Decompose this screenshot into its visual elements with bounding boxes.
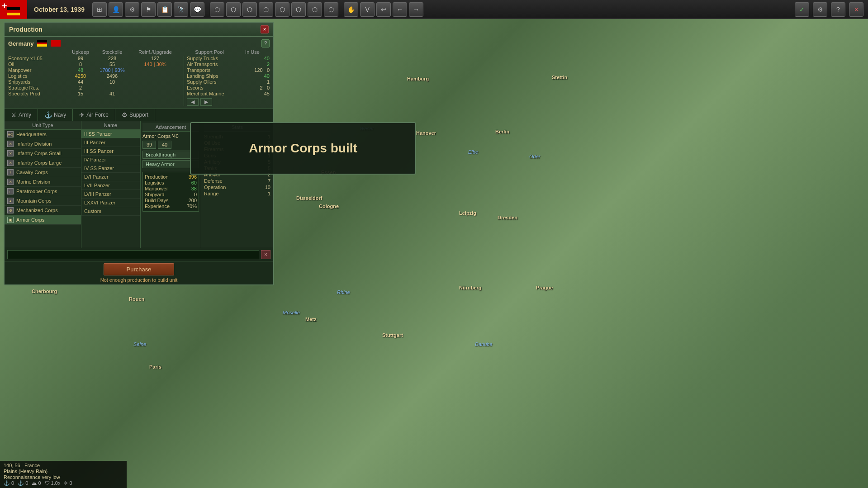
unit-type-armor[interactable]: ▣ Armor Corps [5,215,81,225]
landing-ships-val: 40 [264,73,270,79]
stat-defense-label: Defense [204,178,223,184]
unit-type-infantry-division[interactable]: ✕ Infantry Division [5,139,81,149]
reinf-manpower [130,67,180,73]
col-stockpile: Stockpile [94,49,130,55]
armor-corps-notification[interactable]: Armor Corps built [190,122,416,175]
name-iv-panzer[interactable]: IV Panzer [81,156,140,164]
unit-type-paratrooper[interactable]: ∩ Paratrooper Corps [5,187,81,196]
menu-btn-4[interactable]: ⚑ [141,2,156,17]
reinf-prod: 127 [130,56,180,61]
unit-type-header: Unit Type [5,121,81,130]
purchase-area: Purchase Not enough production to build … [5,261,273,284]
arrow-left-btn[interactable]: ◀ [187,98,199,106]
anchor-icon-1: ⚓ 0 [4,480,14,486]
name-list: Name II SS Panzer III Panzer III SS Panz… [81,121,140,248]
prod-val-logistics: 60 [191,180,197,185]
unit-type-mountain[interactable]: ▲ Mountain Corps [5,196,81,206]
menu-btn-7[interactable]: 💬 [190,2,204,17]
help-top-btn[interactable]: ? [831,2,845,17]
armor-icon: ▣ [7,217,14,223]
coords-country: 140, 56 France [4,463,123,468]
build-days-label: Build Days [145,198,169,203]
map-coords: 140, 56 [4,463,20,468]
logistics-prod-label: Logistics [145,180,164,185]
menu-btn-16[interactable]: ✋ [344,2,358,17]
menu-btn-6[interactable]: 🔭 [174,2,188,17]
topbar: October 13, 1939 ⊞ 👤 ⚙ ⚑ 📋 🔭 💬 ⬡ ⬡ ⬡ ⬡ ⬡… [0,0,868,19]
inf-div-icon: ✕ [7,141,14,147]
unit-tabs: ⚔ Army ⚓ Navy ✈ Air Force ⚙ Support [5,109,273,121]
escorts-label: Escorts [187,85,204,90]
menu-btn-1[interactable]: ⊞ [92,2,107,17]
settings-btn[interactable]: ⚙ [813,2,827,17]
name-ii-ss-panzer[interactable]: II SS Panzer [81,130,140,138]
menu-btn-12[interactable]: ⬡ [275,2,289,17]
purchase-btn[interactable]: Purchase [104,263,175,275]
custom-name-input[interactable] [7,250,259,259]
name-lvi-panzer[interactable]: LVI Panzer [81,173,140,181]
resources-help-btn[interactable]: ? [261,39,270,47]
upkeep-specialty: 15 [67,91,94,96]
menu-btn-10[interactable]: ⬡ [242,2,257,17]
supply-oilers-val: 1 [267,79,270,85]
menu-btn-17[interactable]: V [360,2,375,17]
unit-type-headquarters[interactable]: HQ Headquarters [5,130,81,139]
tab-navy[interactable]: ⚓ Navy [38,109,73,121]
stock-specialty: 41 [94,91,130,96]
mtn-icon: ▲ [7,198,14,204]
tab-support[interactable]: ⚙ Support [115,109,155,121]
name-header: Name [81,121,140,130]
undo-btn[interactable]: ↩ [376,2,391,17]
arrow-right-btn[interactable]: ▶ [200,98,212,106]
shipyards-label: Shipyards [8,79,67,85]
menu-btn-11[interactable]: ⬡ [259,2,273,17]
tab-airforce[interactable]: ✈ Air Force [73,109,115,121]
tab-army[interactable]: ⚔ Army [5,109,38,121]
custom-row: × [5,248,273,261]
end-turn-btn[interactable]: ✓ [795,2,809,17]
recon-info: Reconnaissance very low [4,474,123,480]
name-iii-ss-panzer[interactable]: III SS Panzer [81,147,140,156]
transports-val: 120 0 [254,67,270,73]
adv-level-39[interactable]: 39 [142,141,156,149]
menu-btn-2[interactable]: 👤 [109,2,123,17]
merchant-marine-label: Merchant Marine [187,91,224,96]
production-close-btn[interactable]: × [261,25,269,33]
exit-btn[interactable]: × [849,2,863,17]
menu-btn-15[interactable]: ⬡ [324,2,338,17]
shield-icon: 🛡 1.0x [45,480,61,486]
transports-label: Transports [187,67,210,73]
hq-icon: HQ [7,131,14,137]
name-iv-ss-panzer[interactable]: IV SS Panzer [81,164,140,173]
reinf-logistics [130,73,180,79]
back-btn[interactable]: ← [393,2,407,17]
forward-btn[interactable]: → [409,2,423,17]
name-lxxvi-panzer[interactable]: LXXVI Panzer [81,199,140,207]
panel-title: Production [9,26,43,33]
stat-operation-val: 10 [265,185,270,190]
adv-level-40[interactable]: 40 [158,141,171,149]
menu-btn-13[interactable]: ⬡ [291,2,306,17]
logistics-label: Logistics [8,73,67,79]
reinf-oil: 140 | 30% [130,62,180,67]
resources-section: Germany ? Upkeep Stockpile Reinf./Upgrad… [5,37,273,109]
name-lvii-panzer[interactable]: LVII Panzer [81,181,140,190]
name-custom[interactable]: Custom [81,207,140,216]
name-iii-panzer[interactable]: III Panzer [81,138,140,147]
unit-type-mechanized[interactable]: ⚙ Mechanized Corps [5,206,81,215]
menu-btn-9[interactable]: ⬡ [226,2,241,17]
name-lviii-panzer[interactable]: LVIII Panzer [81,190,140,199]
menu-btn-14[interactable]: ⬡ [308,2,322,17]
stat-operation-label: Operation [204,185,226,190]
unit-type-marine[interactable]: ✕ Marine Division [5,177,81,187]
unit-type-infantry-corps-large[interactable]: ✕ Infantry Corps Large [5,158,81,168]
oil-label: Oil [8,62,67,67]
unit-type-infantry-corps-small[interactable]: ✕ Infantry Corps Small [5,149,81,158]
custom-clear-btn[interactable]: × [261,250,270,259]
menu-btn-8[interactable]: ⬡ [210,2,224,17]
unit-type-cavalry[interactable]: / Cavalry Corps [5,168,81,177]
menu-btn-3[interactable]: ⚙ [125,2,139,17]
menu-btn-5[interactable]: 📋 [157,2,172,17]
col-economy [8,49,67,55]
plane-icon: ✈ 0 [64,480,72,486]
